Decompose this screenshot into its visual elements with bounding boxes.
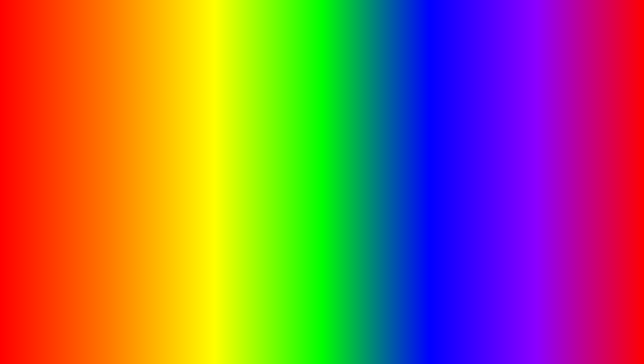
rnav-shop[interactable]: Shop	[517, 105, 526, 108]
nav-visuals[interactable]: Visuals	[105, 105, 121, 108]
auto-gun-mastery-checkbox[interactable]: Auto Farm Gun Mastery	[62, 201, 96, 211]
item-rainbow-haki[interactable]: Auto Rainbow Haki	[439, 184, 519, 189]
material-col-title: Material	[99, 111, 122, 117]
bottom-text-section: AUTO FARM SCRIPT PASTEBIN	[0, 321, 644, 357]
left-panel-controls: – □ ×	[174, 99, 184, 102]
item-yama[interactable]: Auto Yama	[439, 149, 519, 154]
auto-train-obs-checkbox[interactable]: Auto Train Observation	[62, 245, 96, 255]
third-sea-column: [ Third Sea ] Auto Musketeer Hat Auto Ke…	[438, 110, 521, 227]
auto-buy-sword-check[interactable]	[125, 231, 129, 235]
nav-general[interactable]: General	[63, 105, 79, 108]
auto-farm-checkbox[interactable]: Auto Farm (Level)	[62, 131, 96, 141]
item-fully-saber[interactable]: Auto Fully Saber	[523, 162, 602, 167]
bring-monster-check[interactable]	[125, 180, 129, 183]
nav-miscellaneous[interactable]: Miscellaneous	[151, 105, 179, 108]
subtitle-mastery: MASTERY	[67, 58, 183, 86]
item-dark-dagger[interactable]: Auto Dark Dagger	[439, 169, 519, 174]
rnav-general[interactable]: General	[440, 105, 456, 108]
nav-ui[interactable]: UI	[182, 105, 187, 108]
auto-active-buso-checkbox[interactable]: Auto Active Buso	[125, 169, 159, 179]
auto-buso-check[interactable]	[125, 172, 129, 175]
item-ectoplasm[interactable]: Auto Farm Ectoplasm	[523, 176, 602, 181]
item-dark-beard[interactable]: Auto Dark Beard	[523, 196, 602, 201]
refresh-boss-btn[interactable]: Refresh Boss	[62, 169, 96, 177]
auto-rejoin-checkbox[interactable]: Auto Rejoin when Kick	[125, 159, 159, 169]
item-tushita[interactable]: Auto Tushita	[439, 164, 519, 169]
rnav-combat[interactable]: Combat	[501, 105, 514, 108]
svg-point-10	[324, 221, 328, 225]
fast-attack-checkbox[interactable]: Fast Attack	[125, 184, 159, 189]
rnav-visuals[interactable]: Visuals	[482, 105, 498, 108]
nav-automatics[interactable]: Automatics	[81, 105, 103, 108]
item-farm-bone[interactable]: Auto Farm Bone	[439, 139, 519, 144]
kill-percent-label: Kill Percent for [ Mastery ]	[62, 211, 96, 220]
item-serpent-bow[interactable]: Auto Serpent Bow	[439, 129, 519, 134]
right-panel-date: 03, 2...	[520, 99, 536, 102]
settings-col-title: Settings	[125, 111, 159, 117]
mob-aura-label: Mob Aura	[62, 141, 96, 146]
item-elite-hunter[interactable]: Auto Elite Hunter	[439, 179, 519, 184]
fruit-orb	[437, 281, 477, 321]
auto-train-obs-check[interactable]	[62, 249, 66, 252]
left-game-panel: Shadow Hu... – □ × General Automatics Vi…	[60, 97, 187, 220]
item-cursed-dual[interactable]: Auto Cursed Dual Katana	[439, 197, 519, 202]
bring-monster-checkbox[interactable]: Bring Monster	[125, 179, 159, 184]
item-buddy-sword[interactable]: Auto Buddy Sword	[439, 144, 519, 149]
auto-buy-enhancement-check[interactable]	[125, 244, 129, 247]
rnav-miscellaneous[interactable]: Miscellaneous	[529, 105, 556, 108]
auto-rejoin-check[interactable]	[125, 162, 129, 165]
item-rengoku[interactable]: Auto Farm Rengoku	[523, 191, 602, 196]
weapon-dropdown[interactable]: Melee ▼	[125, 123, 159, 129]
right-panel-nav[interactable]: General Automatics Visuals Combat Shop M…	[438, 104, 603, 110]
kill-percent-fill	[63, 221, 71, 222]
item-musketeer[interactable]: Auto Musketeer Hat	[439, 119, 519, 124]
item-cake-prince[interactable]: Auto Cake Prince	[439, 174, 519, 179]
auto-train-obs-hop-checkbox[interactable]: Auto Train Observation Hop	[62, 255, 96, 270]
item-holy-torch[interactable]: Auto Holy Torch	[439, 134, 519, 139]
item-god-human[interactable]: Auto God Human	[523, 144, 602, 149]
auto-farm-check[interactable]	[62, 134, 66, 138]
auto-buy-enhancement-checkbox[interactable]: Auto Buy Enhancement	[125, 240, 159, 250]
nav-shop[interactable]: Shop	[139, 105, 149, 108]
item-super-human[interactable]: Auto Super Human	[523, 124, 602, 129]
title-fruits: FRUITS	[308, 7, 509, 68]
auto-fruit-mastery-checkbox[interactable]: Auto Farm Fruit Mastery	[62, 191, 96, 201]
rnav-automatics[interactable]: Automatics	[458, 105, 480, 108]
item-hallow-scythe[interactable]: Auto Hallow Scythe	[439, 154, 519, 159]
fast-attack-check[interactable]	[125, 185, 129, 188]
item-cavander[interactable]: Auto Cavander	[439, 159, 519, 164]
auto-farm-boss-checkbox[interactable]: Auto Farm Boss	[62, 178, 96, 183]
item-soul-guitar[interactable]: Auto Soul Guitar	[439, 202, 519, 207]
select-boss-dropdown[interactable]: -- ▼	[62, 161, 96, 167]
item-dragon-talon[interactable]: Auto Dragon Talon	[523, 139, 602, 144]
redeem-codes-btn[interactable]: Redeem x2 Codes	[125, 144, 159, 157]
gun-mastery-check[interactable]	[62, 204, 66, 207]
auto-buy-sword-checkbox[interactable]: Auto Buy Legendary Sword	[125, 225, 159, 240]
item-factory-farm[interactable]: Auto Factory Farm	[523, 201, 602, 206]
rnav-ui[interactable]: UI	[559, 105, 564, 108]
item-electric-claw[interactable]: Auto Electric Claw	[523, 134, 602, 139]
left-panel-title: Shadow Hu...	[63, 99, 87, 102]
special-header: [ Special ]	[439, 191, 519, 196]
delay-dropdown[interactable]: 0.1 ▼	[125, 136, 159, 143]
right-panel-title: Shadow Hu...	[440, 99, 464, 102]
item-bartilo[interactable]: Auto Bartilo Quest	[523, 181, 602, 186]
item-death-step[interactable]: Auto Death Step	[523, 119, 602, 124]
first-sea-header: [ First Sea ]	[523, 151, 602, 156]
left-panel-nav[interactable]: General Automatics Visuals Combat Shop M…	[61, 104, 186, 110]
nav-combat[interactable]: Combat	[123, 105, 137, 108]
fruit-mastery-check[interactable]	[62, 194, 66, 197]
ken-range-label: Ken Range Lv. : 701	[62, 236, 96, 245]
fruits-logo-text: FRUITS	[600, 340, 634, 351]
left-panel-content: Main Quest : CandyQuest| Level : 2 Auto …	[61, 110, 186, 217]
right-panel-controls: – □ ×	[591, 99, 601, 102]
third-sea-header: [ Third Sea ]	[439, 112, 519, 118]
item-sharkman[interactable]: Auto Sharkman Karate	[523, 129, 602, 134]
item-swan-glasses[interactable]: Auto Swan Glasses	[523, 186, 602, 191]
kill-percent-value: 25/100	[62, 222, 96, 227]
quest-label: Quest : CandyQuest| Level : 2	[62, 117, 96, 131]
item-ken-haki[interactable]: Auto Ken-Haki V2	[439, 124, 519, 129]
auto-farm-boss-check[interactable]	[62, 179, 66, 182]
auto-train-obs-hop-check[interactable]	[62, 261, 66, 265]
item-pole[interactable]: Auto Pole	[523, 157, 602, 162]
